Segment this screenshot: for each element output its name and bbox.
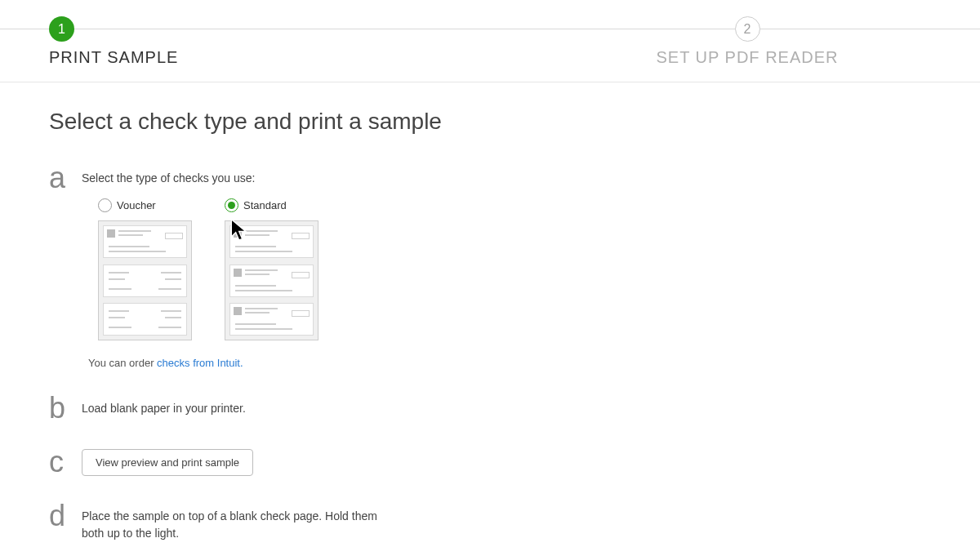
step-a-body: Select the type of checks you use: Vouch… [82, 163, 931, 369]
radio-option-voucher: Voucher [98, 198, 192, 340]
stepper-step-number: 1 [49, 16, 74, 42]
radio-icon [225, 198, 238, 212]
step-b: b Load blank paper in your printer. [49, 394, 931, 423]
step-d-body: Place the sample on top of a blank check… [82, 501, 931, 542]
step-d-text: Place the sample on top of a blank check… [82, 508, 392, 542]
order-prefix: You can order [88, 357, 157, 369]
stepper-step-label: SET UP PDF READER [657, 48, 839, 67]
step-letter: c [49, 447, 82, 477]
standard-preview[interactable] [225, 220, 318, 340]
order-checks-link[interactable]: checks from Intuit. [157, 357, 243, 369]
radio-label: Standard [243, 199, 287, 211]
step-b-body: Load blank paper in your printer. [82, 394, 931, 417]
stepper-item-print-sample[interactable]: 1 PRINT SAMPLE [0, 16, 514, 67]
voucher-preview[interactable] [98, 220, 192, 340]
order-checks-text: You can order checks from Intuit. [88, 357, 931, 369]
step-a-prompt: Select the type of checks you use: [82, 170, 931, 187]
check-type-radio-group: Voucher [82, 198, 931, 340]
radio-option-standard: Standard [225, 198, 318, 340]
step-letter: a [49, 163, 82, 193]
step-letter: b [49, 394, 82, 423]
step-b-text: Load blank paper in your printer. [82, 400, 931, 417]
step-c: c View preview and print sample [49, 447, 931, 477]
radio-icon [98, 198, 112, 212]
view-preview-button[interactable]: View preview and print sample [82, 449, 253, 476]
voucher-radio[interactable]: Voucher [98, 198, 192, 212]
step-letter: d [49, 501, 82, 531]
radio-label: Voucher [117, 199, 156, 211]
stepper-step-number: 2 [735, 16, 760, 42]
standard-radio[interactable]: Standard [225, 198, 318, 212]
wizard-stepper: 1 PRINT SAMPLE 2 SET UP PDF READER [0, 0, 980, 67]
stepper-step-label: PRINT SAMPLE [49, 48, 178, 67]
page-title: Select a check type and print a sample [49, 109, 931, 135]
step-d: d Place the sample on top of a blank che… [49, 501, 931, 542]
step-c-body: View preview and print sample [82, 447, 931, 476]
main-content: Select a check type and print a sample a… [0, 82, 980, 542]
step-a: a Select the type of checks you use: Vou… [49, 163, 931, 369]
stepper-item-pdf-reader[interactable]: 2 SET UP PDF READER [514, 16, 980, 67]
